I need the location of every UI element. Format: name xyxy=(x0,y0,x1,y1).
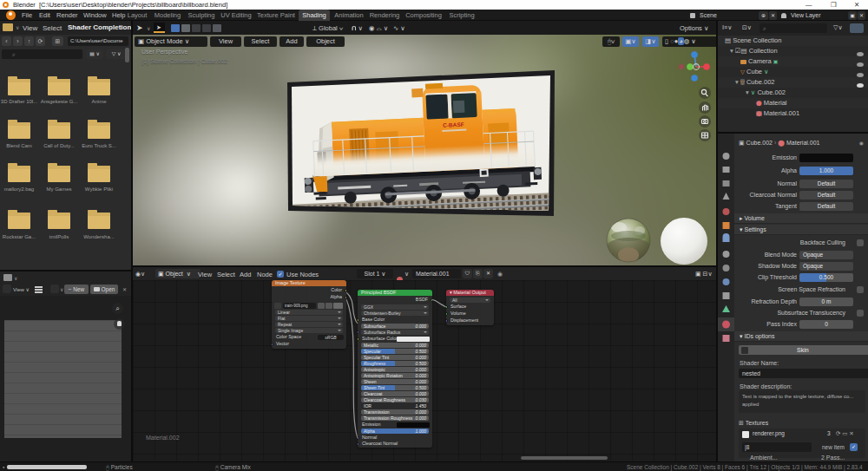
svg-text:C-BASF: C-BASF xyxy=(443,121,464,128)
